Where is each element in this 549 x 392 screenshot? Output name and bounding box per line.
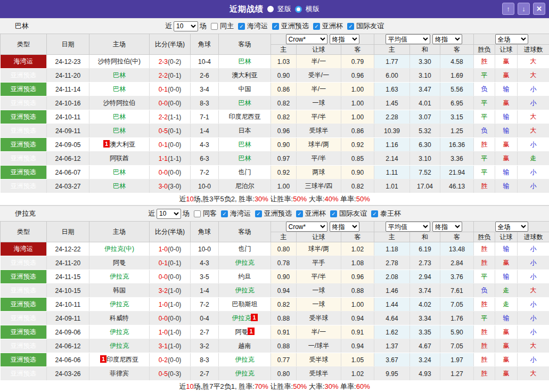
- move-down-button[interactable]: ↓: [518, 3, 530, 15]
- same-venue-label[interactable]: 同客: [203, 209, 217, 218]
- odds-time-select[interactable]: 终指: [330, 34, 359, 44]
- team-text: 巴林: [113, 85, 126, 93]
- team-text: 也门: [239, 245, 251, 252]
- odds-value: 0.86: [271, 83, 297, 96]
- result-flag: 大: [518, 124, 549, 138]
- odds-value: 一球: [297, 298, 341, 312]
- odds-value: 半/一: [297, 55, 341, 69]
- match-type-badge: 亚洲预选: [1, 96, 47, 110]
- odds-value: 1.76: [440, 312, 474, 325]
- match-type-badge: 亚洲预选: [1, 353, 47, 367]
- away-team: 伊拉克1: [219, 312, 271, 325]
- result-flag: 胜: [474, 138, 495, 152]
- avg-source-select[interactable]: 平均值: [386, 34, 430, 44]
- odds-value: 7.61: [440, 284, 474, 298]
- avg-time-select[interactable]: 终指: [432, 34, 462, 44]
- move-up-button[interactable]: ↑: [502, 3, 514, 15]
- team-text: 巴林: [113, 113, 126, 120]
- avg-source-select[interactable]: 平均值: [386, 222, 430, 232]
- odds-value: 0.97: [271, 152, 297, 166]
- match-date: 24-09-06: [47, 325, 89, 339]
- same-venue-label[interactable]: 同主: [220, 21, 234, 31]
- odds-value: 0.85: [341, 152, 374, 166]
- odds-select-group: Crow*终指: [271, 34, 374, 45]
- result-flag: 小: [518, 242, 549, 256]
- result-flag: 小: [518, 270, 549, 284]
- odds-value: 0.88: [341, 284, 374, 298]
- odds-value: 受球半: [297, 367, 341, 381]
- league-checkbox[interactable]: ✓: [313, 23, 320, 30]
- games-count-select[interactable]: 10: [174, 21, 198, 31]
- result-flag: 平: [474, 270, 495, 284]
- full-score: 0-1: [159, 259, 168, 267]
- league-checkbox[interactable]: ✓: [296, 210, 303, 217]
- scope-select[interactable]: 全场: [495, 34, 528, 44]
- league-checkbox[interactable]: ✓: [255, 210, 262, 217]
- match-type-badge: 亚洲预选: [1, 367, 47, 381]
- odds-value: 0.92: [341, 138, 374, 152]
- odds-value: 受半球: [297, 353, 341, 367]
- league-label[interactable]: 亚洲杯: [305, 209, 326, 218]
- team-text: 阿曼: [235, 328, 248, 336]
- league-checkbox[interactable]: ✓: [221, 210, 228, 217]
- corner-score: 10-0: [191, 242, 219, 256]
- full-score: 1-0: [159, 246, 168, 253]
- vertical-layout-radio[interactable]: [267, 6, 274, 12]
- odds-source-select[interactable]: Crow*: [286, 34, 327, 44]
- same-venue-checkbox[interactable]: [194, 210, 201, 217]
- odds-value: 0.94: [271, 284, 297, 298]
- corner-score: 3-2: [191, 339, 219, 353]
- scope-select[interactable]: 全场: [495, 222, 528, 232]
- column-subheader: 主: [374, 45, 410, 55]
- odds-value: 0.92: [271, 166, 297, 179]
- horizontal-layout-radio[interactable]: [295, 6, 302, 13]
- odds-value: 1.18: [374, 242, 410, 256]
- league-label[interactable]: 海湾运: [230, 209, 251, 218]
- result-flag: 大: [518, 339, 549, 353]
- avg-time-select[interactable]: 终指: [432, 222, 462, 232]
- corner-score: 10-4: [191, 55, 219, 69]
- games-count-select[interactable]: 10: [157, 209, 181, 219]
- results-table: 类型日期主场比分(半场)角球客场Crow*终指平均值终指全场主让球客主和客胜负让…: [0, 34, 549, 193]
- league-checkbox[interactable]: ✓: [371, 210, 378, 217]
- team-text: 尼泊尔: [235, 182, 255, 190]
- result-flag: 胜: [474, 325, 495, 339]
- league-checkbox[interactable]: ✓: [238, 23, 245, 30]
- league-checkbox[interactable]: ✓: [347, 23, 354, 30]
- vertical-layout-label[interactable]: 竖版: [277, 4, 291, 14]
- league-label[interactable]: 亚洲预选: [264, 209, 292, 218]
- league-label[interactable]: 国际友谊: [356, 21, 384, 31]
- horizontal-layout-label[interactable]: 横版: [306, 4, 319, 14]
- match-type-badge: 亚洲预选: [1, 325, 47, 339]
- odds-value: 0.79: [341, 55, 374, 69]
- league-label[interactable]: 国际友谊: [339, 209, 367, 218]
- league-checkbox[interactable]: ✓: [330, 210, 337, 217]
- summary-text: 10: [186, 195, 193, 203]
- league-checkbox[interactable]: ✓: [272, 23, 279, 30]
- match-type-badge: 海湾运: [1, 242, 47, 256]
- league-label[interactable]: 亚洲预选: [281, 21, 309, 31]
- league-label[interactable]: 亚洲杯: [322, 21, 343, 31]
- league-label[interactable]: 海湾运: [247, 21, 268, 31]
- match-date: 24-11-20: [47, 256, 89, 270]
- odds-value: 受半/一: [297, 69, 341, 83]
- full-score: 1-0: [159, 301, 168, 308]
- same-venue-checkbox[interactable]: [211, 23, 218, 30]
- result-flag: 输: [495, 312, 518, 325]
- team-sections: 巴林近10场同主✓海湾运✓亚洲预选✓亚洲杯✓国际友谊类型日期主场比分(半场)角球…: [0, 18, 549, 392]
- odds-value: 2.84: [440, 256, 474, 270]
- match-type-badge: 海湾运: [1, 55, 47, 69]
- odds-source-select[interactable]: Crow*: [286, 222, 327, 232]
- odds-value: 1.27: [440, 367, 474, 381]
- result-flag: 大: [518, 55, 549, 69]
- league-label[interactable]: 泰王杯: [380, 209, 401, 218]
- odds-value: 3.76: [440, 270, 474, 284]
- match-row: 海湾运24-12-22伊拉克(中)1-0(0-0)10-0也门0.80球半/两1…: [1, 242, 549, 256]
- team-text: 巴林: [113, 182, 126, 190]
- result-flag: 平: [474, 312, 495, 325]
- match-row: 亚洲预选24-10-16沙特阿拉伯0-0(0-0)8-3巴林0.82一球1.00…: [1, 96, 549, 110]
- result-flag: 大: [518, 284, 549, 298]
- odds-time-select[interactable]: 终指: [330, 222, 359, 232]
- team-text: 菲律宾: [110, 370, 129, 377]
- close-button[interactable]: ✕: [533, 3, 545, 15]
